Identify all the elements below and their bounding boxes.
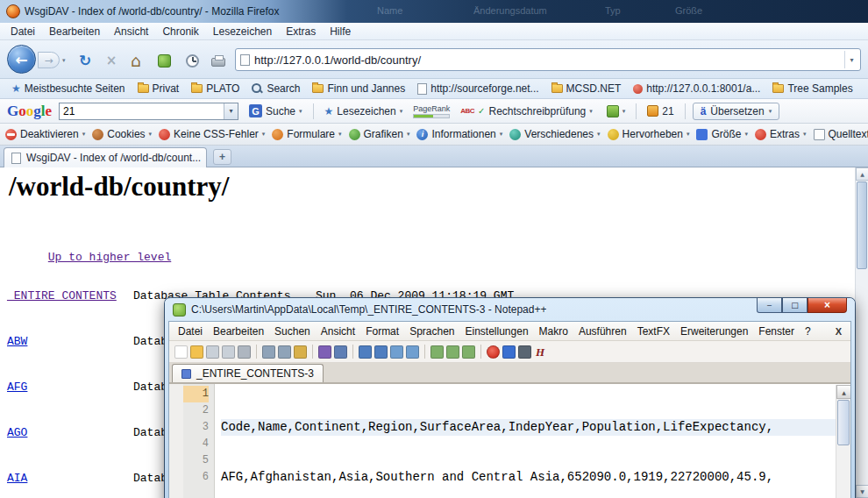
home-button[interactable]: ⌂ [125, 50, 147, 71]
menu-ansicht[interactable]: Ansicht [107, 24, 155, 39]
monitor-icon[interactable] [518, 345, 531, 359]
url-input[interactable] [250, 53, 844, 67]
menu-bearbeiten[interactable]: Bearbeiten [42, 24, 107, 39]
scroll-down-button[interactable]: ▼ [856, 485, 868, 498]
dir-entry-link[interactable]: AIA [7, 469, 133, 488]
bookmark-privat[interactable]: Privat [132, 82, 186, 96]
search-history-dropdown-icon[interactable]: ▾ [224, 103, 238, 119]
npp-menu-help[interactable]: ? [800, 324, 816, 339]
webdev-informationen[interactable]: iInformationen▾ [416, 128, 502, 140]
npp-menu-ansicht[interactable]: Ansicht [316, 324, 360, 339]
copy-icon[interactable] [278, 345, 291, 359]
up-to-higher-level-link[interactable]: Up to higher level [48, 251, 171, 264]
document-close-icon[interactable]: X [832, 326, 845, 337]
reload-button[interactable]: ↻ [74, 50, 96, 71]
new-tab-button[interactable]: + [213, 149, 231, 165]
npp-menu-makro[interactable]: Makro [534, 324, 573, 339]
google-bookmarks-button[interactable]: ★Lesezeichen▾ [321, 103, 407, 119]
webdev-formulare[interactable]: Formulare▾ [272, 128, 341, 140]
cut-icon[interactable] [262, 345, 275, 359]
webdev-extras[interactable]: Extras▾ [755, 128, 807, 140]
pagerank-widget[interactable]: PageRank [413, 104, 450, 118]
word-wrap-icon[interactable] [430, 345, 444, 359]
bookmark-sourceforge[interactable]: http://sourceforge.net... [411, 82, 544, 96]
notepad-titlebar[interactable]: C:\Users\Martin\AppData\Local\Temp\_ENTI… [165, 298, 855, 321]
paste-icon[interactable] [294, 345, 307, 359]
autofill-button[interactable]: ▾ [603, 103, 630, 119]
open-file-icon[interactable] [190, 345, 203, 359]
bookmark-localhost-8001[interactable]: http://127.0.0.1:8001/a... [627, 82, 766, 96]
dir-entry-link[interactable]: AFG [7, 378, 133, 397]
editor-area[interactable]: 1 2 3 4 5 6 Code,Name,Continent,Region,S… [169, 383, 850, 498]
back-button[interactable]: ← [7, 45, 36, 74]
zoom-in-icon[interactable] [390, 345, 403, 359]
npp-menu-fenster[interactable]: Fenster [753, 324, 800, 339]
spellcheck-button[interactable]: ABC✓Rechtschreibprüfung▾ [457, 103, 595, 119]
firefox-titlebar[interactable]: WsgiDAV - Index of /world-db/country/ - … [0, 0, 868, 23]
browser-scrollbar[interactable]: ▲ ▼ [855, 167, 868, 498]
undo-icon[interactable] [318, 345, 331, 359]
webdev-deaktivieren[interactable]: Deaktivieren▾ [5, 128, 85, 140]
webdev-quelltext[interactable]: Quelltext [814, 128, 868, 140]
redo-icon[interactable] [334, 345, 347, 359]
macro-play-icon[interactable] [502, 345, 516, 359]
history-dropdown-icon[interactable]: ▾ [62, 57, 66, 64]
print-icon[interactable] [238, 345, 251, 359]
textfx-h-icon[interactable]: H [534, 345, 546, 359]
webdev-grafiken[interactable]: Grafiken▾ [349, 128, 410, 140]
dir-entry-link[interactable]: _ENTIRE_CONTENTS [7, 287, 133, 306]
highlight-button[interactable]: 21 [644, 103, 677, 119]
zoom-out-icon[interactable] [406, 345, 419, 359]
bookmark-most-visited[interactable]: ★Meistbesuchte Seiten [5, 82, 132, 96]
bookmark-plato[interactable]: PLATO [185, 82, 245, 96]
npp-menu-ausfuehren[interactable]: Ausführen [573, 324, 632, 339]
npp-menu-datei[interactable]: Datei [173, 324, 208, 339]
dir-entry-link[interactable]: AGO [7, 423, 133, 443]
find-icon[interactable] [359, 345, 372, 359]
menu-lesezeichen[interactable]: Lesezeichen [206, 24, 279, 39]
document-tab[interactable]: _ENTIRE_CONTENTS-3 [172, 364, 324, 382]
menu-datei[interactable]: Datei [4, 24, 42, 39]
npp-menu-textfx[interactable]: TextFX [632, 324, 675, 339]
replace-icon[interactable] [374, 345, 388, 359]
bookmark-tree-samples[interactable]: Tree Samples [766, 82, 858, 96]
bookmark-search[interactable]: Search [245, 82, 306, 96]
npp-menu-bearbeiten[interactable]: Bearbeiten [208, 324, 269, 339]
npp-menu-sprachen[interactable]: Sprachen [404, 324, 459, 339]
npp-menu-suchen[interactable]: Suchen [269, 324, 316, 339]
scroll-up-button[interactable]: ▲ [856, 167, 868, 181]
webdev-verschiedenes[interactable]: Verschiedenes▾ [509, 128, 600, 140]
code-text[interactable]: Code,Name,Continent,Region,SurfaceArea,I… [215, 384, 850, 498]
scrollbar-thumb[interactable] [837, 400, 850, 445]
save-icon[interactable] [206, 345, 219, 359]
indent-guide-icon[interactable] [462, 345, 475, 359]
webdev-css-errors[interactable]: Keine CSS-Fehler▾ [159, 128, 265, 140]
webdev-cookies[interactable]: Cookies▾ [92, 128, 152, 140]
menu-extras[interactable]: Extras [279, 24, 323, 39]
url-dropdown-icon[interactable]: ▾ [844, 51, 858, 68]
minimize-button[interactable]: – [757, 298, 782, 313]
bookmark-finn-und-jannes[interactable]: Finn und Jannes [306, 82, 411, 96]
close-button[interactable]: × [808, 298, 847, 313]
maximize-button[interactable]: □ [782, 298, 808, 313]
scroll-up-button[interactable]: ▲ [836, 385, 850, 399]
stop-button[interactable]: × [100, 50, 123, 71]
tab-wsgidav[interactable]: WsgiDAV - Index of /world-db/count... [4, 147, 207, 167]
npp-menu-einstellungen[interactable]: Einstellungen [460, 324, 534, 339]
npp-menu-format[interactable]: Format [360, 324, 404, 339]
history-button[interactable] [181, 50, 203, 71]
print-button[interactable] [207, 50, 230, 71]
show-all-characters-icon[interactable] [446, 345, 459, 359]
google-search-input[interactable] [60, 103, 224, 119]
new-file-icon[interactable] [174, 345, 188, 359]
translate-button[interactable]: äÜbersetzen▾ [693, 103, 780, 120]
menu-chronik[interactable]: Chronik [155, 24, 205, 39]
dir-entry-link[interactable]: ABW [7, 332, 133, 352]
google-search-button[interactable]: GSuche▾ [245, 103, 306, 119]
save-all-icon[interactable] [222, 345, 235, 359]
menu-hilfe[interactable]: Hilfe [323, 24, 358, 39]
forward-button[interactable]: → [38, 52, 60, 68]
feed-button[interactable] [153, 50, 175, 71]
webdev-hervorheben[interactable]: Hervorheben▾ [608, 128, 690, 140]
bookmark-mcsd[interactable]: MCSD.NET [545, 82, 628, 96]
